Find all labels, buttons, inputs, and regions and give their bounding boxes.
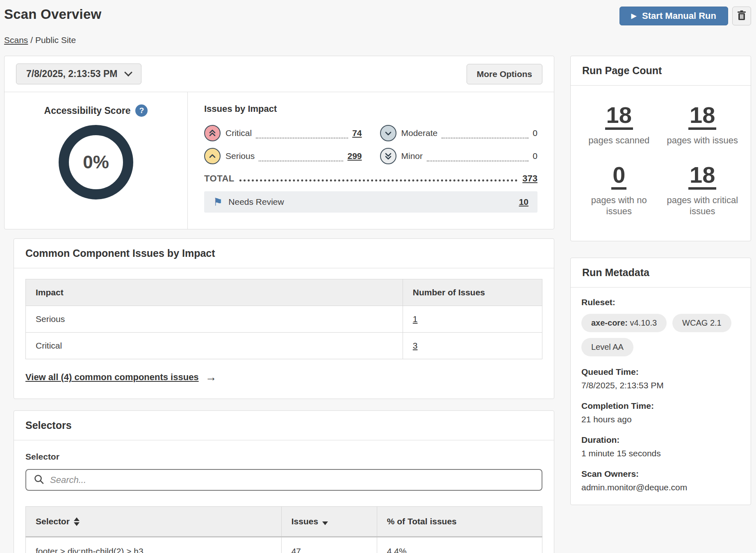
stat-pages-with-issues: 18 pages with issues (661, 104, 745, 146)
pages-no-issues-count-link[interactable]: 0 (611, 163, 626, 190)
stat-label: pages scanned (577, 135, 661, 146)
axe-core-badge: axe-core: v4.10.3 (581, 314, 667, 332)
stat-pages-critical-issues: 18 pages with critical issues (661, 163, 745, 217)
column-header-selector-label: Selector (36, 517, 70, 526)
total-count-link[interactable]: 373 (522, 173, 537, 184)
issues-by-impact-section: Issues by Impact Critical 74 (188, 92, 554, 229)
critical-count-link[interactable]: 74 (352, 128, 362, 138)
arrow-right-icon: → (205, 372, 217, 383)
total-label: TOTAL (204, 173, 235, 184)
axe-core-badge-version: v4.10.3 (628, 318, 657, 327)
selector-search-input[interactable] (50, 475, 534, 485)
moderate-chevron-down-icon (380, 125, 396, 141)
impact-cell: Serious (26, 306, 403, 333)
issues-by-impact-title: Issues by Impact (204, 104, 537, 114)
help-icon[interactable]: ? (135, 104, 148, 117)
serious-chevron-up-icon (204, 148, 221, 164)
dotted-leader (427, 161, 528, 161)
impact-row-moderate: Moderate 0 (380, 125, 538, 141)
issue-count-link[interactable]: 1 (413, 314, 418, 324)
topbar: Scan Overview Scans / Public Site ▶ Star… (4, 7, 751, 45)
impact-label: Minor (401, 151, 423, 161)
minor-double-chevron-down-icon (380, 148, 396, 164)
stat-label: pages with no issues (577, 195, 661, 217)
run-date-dropdown[interactable]: 7/8/2025, 2:13:53 PM (16, 63, 141, 84)
selector-search (25, 469, 542, 491)
selectors-title: Selectors (14, 411, 554, 440)
breadcrumb-separator: / (30, 35, 35, 45)
topbar-actions: ▶ Start Manual Run (619, 7, 751, 25)
summary-row: Accessibility Score ? 0% Issues by Impac… (5, 92, 554, 229)
start-manual-run-button[interactable]: ▶ Start Manual Run (619, 7, 728, 25)
chevron-down-icon (125, 68, 133, 76)
table-row: Critical 3 (26, 333, 542, 359)
scan-overview-page: Scan Overview Scans / Public Site ▶ Star… (0, 0, 756, 553)
completion-time-label: Completion Time: (581, 401, 740, 411)
ruleset-badges: axe-core: v4.10.3 WCAG 2.1 Level AA (581, 314, 740, 356)
column-header-pct[interactable]: % of Total issues (377, 507, 542, 537)
page-title: Scan Overview (4, 7, 101, 22)
score-ring: 0% (59, 125, 133, 199)
stat-label: pages with critical issues (661, 195, 745, 217)
dotted-leader (259, 161, 343, 161)
run-summary-card: 7/8/2025, 2:13:53 PM More Options Access… (4, 56, 554, 229)
impact-label: Serious (225, 151, 255, 161)
common-components-card: Common Component Issues by Impact Impact… (14, 238, 554, 399)
duration-value: 1 minute 15 seconds (581, 449, 740, 458)
duration-label: Duration: (581, 435, 740, 445)
column-header-selector[interactable]: Selector (26, 507, 282, 537)
selector-field-label: Selector (25, 452, 542, 462)
search-icon (34, 474, 44, 486)
run-page-count-card: Run Page Count 18 pages scanned 18 pages… (570, 56, 751, 241)
table-row: Serious 1 (26, 306, 542, 333)
column-header-issues[interactable]: Issues (281, 507, 377, 537)
breadcrumb-scans-link[interactable]: Scans (4, 35, 28, 45)
table-row: footer > div:nth-child(2) > h3 47 4.4% (26, 537, 542, 553)
stat-label: pages with issues (661, 135, 745, 146)
level-aa-badge: Level AA (581, 338, 633, 356)
run-page-count-title: Run Page Count (571, 56, 751, 86)
trash-icon (737, 10, 747, 22)
sort-desc-icon (322, 521, 328, 525)
run-metadata-title: Run Metadata (571, 258, 751, 288)
total-row: TOTAL 373 (204, 173, 537, 184)
queued-time-field: Queued Time: 7/8/2025, 2:13:53 PM (581, 367, 740, 390)
start-manual-run-label: Start Manual Run (642, 11, 716, 21)
critical-double-chevron-up-icon (204, 125, 221, 141)
common-components-title: Common Component Issues by Impact (14, 239, 554, 268)
selectors-card: Selectors Selector (14, 410, 554, 553)
duration-field: Duration: 1 minute 15 seconds (581, 435, 740, 458)
needs-review-label: Needs Review (228, 197, 519, 207)
impact-row-serious: Serious 299 (204, 148, 362, 164)
impact-grid: Critical 74 Moderate (204, 125, 537, 164)
play-icon: ▶ (631, 13, 636, 19)
selector-cell: footer > div:nth-child(2) > h3 (26, 537, 282, 553)
needs-review-count-link[interactable]: 10 (519, 197, 528, 207)
serious-count-link[interactable]: 299 (347, 151, 362, 161)
issue-count-link[interactable]: 3 (413, 341, 418, 350)
pages-critical-issues-count-link[interactable]: 18 (688, 163, 716, 190)
queued-time-value: 7/8/2025, 2:13:53 PM (581, 381, 740, 390)
dotted-leader-thick (239, 179, 517, 181)
score-value: 0% (83, 152, 109, 172)
common-components-table: Impact Number of Issues Serious 1 Critic… (25, 279, 542, 359)
column-header-impact: Impact (26, 279, 403, 306)
dotted-leader (442, 138, 528, 138)
pages-with-issues-count-link[interactable]: 18 (688, 104, 716, 130)
content: 7/8/2025, 2:13:53 PM More Options Access… (4, 56, 751, 553)
impact-row-minor: Minor 0 (380, 148, 538, 164)
delete-run-button[interactable] (732, 7, 751, 25)
pages-scanned-count-link[interactable]: 18 (605, 104, 633, 130)
scan-owners-value: admin.monitor@deque.com (581, 483, 740, 492)
queued-time-label: Queued Time: (581, 367, 740, 377)
moderate-count: 0 (533, 128, 537, 138)
more-options-button[interactable]: More Options (467, 64, 542, 84)
run-date-label: 7/8/2025, 2:13:53 PM (26, 68, 117, 79)
selectors-table: Selector Issues (25, 506, 542, 553)
completion-time-value: 21 hours ago (581, 415, 740, 424)
view-all-common-components-link[interactable]: View all (4) common components issues (25, 372, 199, 383)
impact-row-critical: Critical 74 (204, 125, 362, 141)
breadcrumb: Scans / Public Site (4, 35, 101, 45)
breadcrumb-current: Public Site (35, 35, 76, 45)
impact-label: Moderate (401, 128, 438, 138)
